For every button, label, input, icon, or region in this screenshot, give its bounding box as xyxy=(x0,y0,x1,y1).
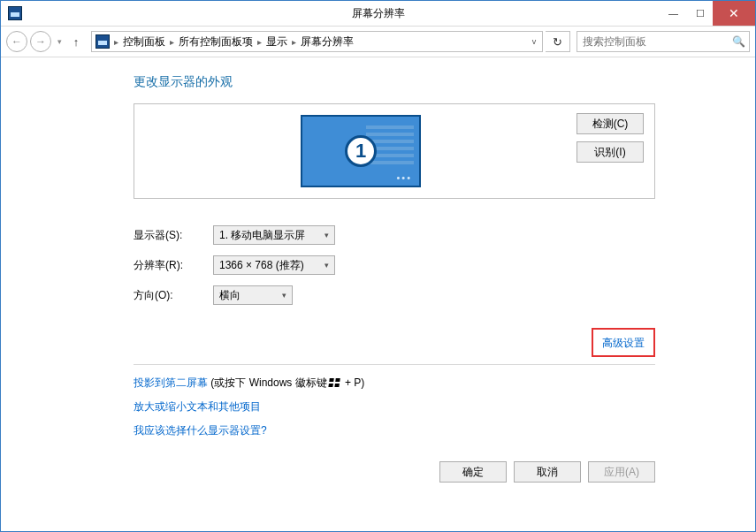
chevron-down-icon: ▾ xyxy=(325,231,329,239)
advanced-settings-link[interactable]: 高级设置 xyxy=(602,337,645,349)
help-links: 投影到第二屏幕 (或按下 Windows 徽标键 + P) 放大或缩小文本和其他… xyxy=(134,376,655,438)
advanced-settings-highlight: 高级设置 xyxy=(592,328,655,357)
chevron-right-icon: ▸ xyxy=(112,37,120,47)
resolution-select[interactable]: 1366 × 768 (推荐) ▾ xyxy=(213,255,335,275)
divider xyxy=(134,364,655,365)
resolution-select-value: 1366 × 768 (推荐) xyxy=(219,258,304,273)
apply-button[interactable]: 应用(A) xyxy=(588,461,655,483)
chevron-right-icon: ▸ xyxy=(290,37,298,47)
app-icon xyxy=(8,6,22,20)
search-input[interactable] xyxy=(581,34,732,49)
display-icon xyxy=(95,34,110,49)
orientation-select[interactable]: 横向 ▾ xyxy=(213,285,293,305)
display-select-value: 1. 移动电脑显示屏 xyxy=(219,228,305,243)
address-bar[interactable]: ▸ 控制面板 ▸ 所有控制面板项 ▸ 显示 ▸ 屏幕分辨率 v xyxy=(91,31,543,52)
minimize-button[interactable]: — xyxy=(659,1,688,26)
window-controls: — ☐ ✕ xyxy=(659,1,755,26)
monitor-dots-icon: ••• xyxy=(396,172,412,183)
breadcrumb-item[interactable]: 所有控制面板项 xyxy=(179,34,253,49)
history-dropdown[interactable]: ▾ xyxy=(54,37,65,46)
display-preview-panel: 1 ••• 检测(C) 识别(I) xyxy=(134,103,655,199)
up-button[interactable]: ↑ xyxy=(67,35,85,49)
text-size-link[interactable]: 放大或缩小文本和其他项目 xyxy=(134,400,261,413)
identify-button[interactable]: 识别(I) xyxy=(577,141,644,163)
monitor-thumbnail[interactable]: 1 ••• xyxy=(301,115,421,187)
monitor-preview-area: 1 ••• xyxy=(145,113,577,189)
monitor-number-badge: 1 xyxy=(345,135,377,167)
breadcrumb-item[interactable]: 控制面板 xyxy=(123,34,165,49)
search-icon[interactable]: 🔍 xyxy=(732,35,745,48)
page-heading: 更改显示器的外观 xyxy=(134,74,655,90)
project-hint-text: (或按下 Windows 徽标键 xyxy=(208,376,327,389)
cancel-button[interactable]: 取消 xyxy=(514,461,581,483)
refresh-button[interactable]: ↻ xyxy=(546,31,570,52)
address-dropdown-icon[interactable]: v xyxy=(526,37,542,46)
which-settings-link[interactable]: 我应该选择什么显示器设置? xyxy=(134,424,267,437)
dialog-buttons: 确定 取消 应用(A) xyxy=(134,461,655,483)
chevron-right-icon: ▸ xyxy=(168,37,176,47)
display-label: 显示器(S): xyxy=(134,228,213,243)
detect-button[interactable]: 检测(C) xyxy=(577,113,644,134)
forward-button[interactable]: → xyxy=(30,31,51,52)
maximize-button[interactable]: ☐ xyxy=(688,1,713,26)
chevron-right-icon: ▸ xyxy=(256,37,263,47)
project-hint-tail: + P) xyxy=(342,376,365,389)
orientation-label: 方向(O): xyxy=(134,288,213,303)
content-area: 更改显示器的外观 1 ••• 检测(C) 识别(I) 显示器(S): xyxy=(1,57,755,531)
window-title: 屏幕分辨率 xyxy=(352,6,405,21)
titlebar: 屏幕分辨率 — ☐ ✕ xyxy=(1,1,755,27)
close-button[interactable]: ✕ xyxy=(713,1,755,26)
breadcrumb-item[interactable]: 显示 xyxy=(266,34,287,49)
search-box[interactable]: 🔍 xyxy=(577,31,750,52)
settings-form: 显示器(S): 1. 移动电脑显示屏 ▾ 分辨率(R): 1366 × 768 … xyxy=(134,225,655,305)
navigation-bar: ← → ▾ ↑ ▸ 控制面板 ▸ 所有控制面板项 ▸ 显示 ▸ 屏幕分辨率 v … xyxy=(1,27,755,57)
windows-key-icon xyxy=(328,378,341,388)
breadcrumb-item[interactable]: 屏幕分辨率 xyxy=(301,34,354,49)
resolution-label: 分辨率(R): xyxy=(134,258,213,273)
ok-button[interactable]: 确定 xyxy=(439,461,507,483)
chevron-down-icon: ▾ xyxy=(282,291,286,300)
chevron-down-icon: ▾ xyxy=(325,261,329,270)
window-frame: 屏幕分辨率 — ☐ ✕ ← → ▾ ↑ ▸ 控制面板 ▸ 所有控制面板项 ▸ 显… xyxy=(0,0,756,532)
back-button[interactable]: ← xyxy=(6,31,27,52)
orientation-select-value: 横向 xyxy=(219,288,241,303)
display-select[interactable]: 1. 移动电脑显示屏 ▾ xyxy=(213,225,335,245)
project-second-screen-link[interactable]: 投影到第二屏幕 xyxy=(134,376,208,389)
